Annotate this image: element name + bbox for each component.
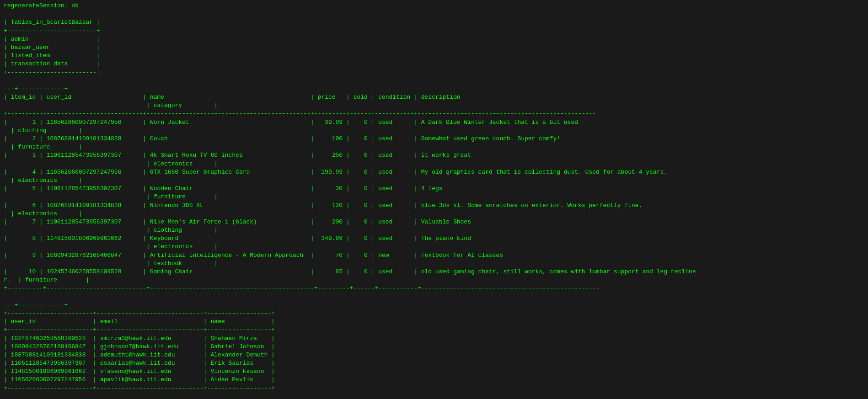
terminal-output: regenerateSession: ok | Tables_in_Scarle… xyxy=(4,2,864,393)
terminal-window: regenerateSession: ok | Tables_in_Scarle… xyxy=(4,2,864,393)
